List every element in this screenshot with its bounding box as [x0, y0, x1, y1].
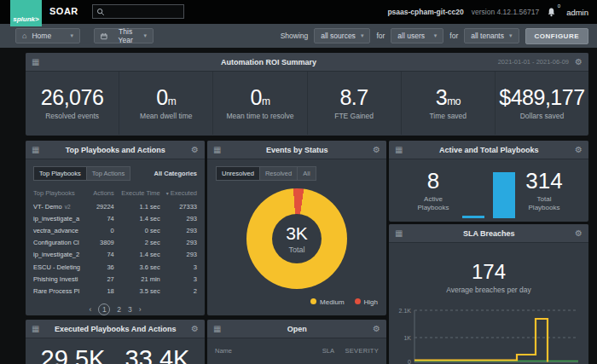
table-row[interactable]: ip_investigate_2741.4 sec293	[33, 249, 197, 261]
playbooks-bar-chart[interactable]	[462, 170, 515, 218]
tab-resolved[interactable]: Resolved	[260, 166, 298, 181]
chevron-down-icon: ▾	[143, 32, 147, 39]
col-actions[interactable]: Actions	[89, 188, 113, 200]
col-name[interactable]: Top Playbooks	[33, 188, 89, 200]
open-table-header: Name SLA SEVERITY	[207, 338, 386, 355]
gear-icon[interactable]: ⚙	[575, 146, 583, 154]
table-row[interactable]: ESCU - Deleting363.6 sec3	[33, 261, 197, 273]
panel-sla-breaches: ▦ SLA Breaches ⚙ 174 Average breaches pe…	[389, 224, 588, 364]
drag-handle-icon[interactable]: ▦	[213, 146, 221, 154]
legend-high[interactable]: High	[355, 298, 378, 306]
drag-handle-icon[interactable]: ▦	[395, 229, 403, 238]
drag-handle-icon[interactable]: ▦	[32, 325, 39, 333]
panel-active-total-playbooks: ▦ Active and Total Playbooks ⚙ 8 Active …	[389, 141, 588, 222]
global-search[interactable]	[92, 4, 184, 19]
donut-total-label: Total	[288, 246, 304, 254]
gear-icon[interactable]: ⚙	[191, 146, 199, 154]
total-playbooks-stat: 314 Total Playbooks	[520, 170, 568, 212]
events-donut-chart[interactable]: 3K Total	[246, 188, 347, 289]
roi-stats-row: 26,076 Resolved events 0m Mean dwell tim…	[26, 72, 588, 135]
panel-top-playbooks: ▦ Top Playbooks and Actions ⚙ Top Playbo…	[26, 141, 205, 315]
playbooks-table: Top Playbooks Actions Execute Time ▾Exec…	[33, 188, 197, 298]
tab-top-playbooks[interactable]: Top Playbooks	[33, 166, 87, 181]
table-row[interactable]: VT- Demov2 292241.1 sec27333	[33, 200, 197, 212]
chevron-down-icon: ▾	[70, 32, 73, 39]
panel-title: SLA Breaches	[403, 229, 575, 238]
stat-fte-gained: 8.7 FTE Gained	[308, 72, 402, 135]
users-value: all users	[397, 32, 425, 40]
legend-medium[interactable]: Medium	[310, 298, 344, 306]
user-menu[interactable]: admin	[566, 8, 588, 17]
executed-playbooks-value: 29.5K	[41, 345, 106, 364]
page-prev[interactable]: ‹	[89, 305, 91, 314]
panel-automation-roi: ▦ Automation ROI Summary 2021-01-01 - 20…	[26, 53, 588, 136]
total-bar	[493, 172, 515, 218]
tab-all[interactable]: All	[298, 166, 316, 181]
gear-icon[interactable]: ⚙	[373, 325, 380, 333]
col-execute-time[interactable]: Execute Time	[114, 188, 160, 200]
time-range-dropdown[interactable]: This Year ▾	[94, 28, 154, 43]
gear-icon[interactable]: ⚙	[373, 146, 380, 154]
panel-executed-playbooks: ▦ Executed Playbooks And Actions ⚙ 29.5K…	[26, 320, 205, 364]
notifications-bell[interactable]: 0	[547, 5, 559, 19]
total-value: 314	[520, 170, 568, 192]
sla-stat: 174 Average breaches per day	[389, 262, 588, 294]
home-icon: ⌂	[22, 32, 26, 40]
nav-dropdown-label: Home	[32, 32, 51, 40]
drag-handle-icon[interactable]: ▦	[395, 146, 403, 154]
stat-label: Dollars saved	[520, 112, 565, 120]
tab-top-actions[interactable]: Top Actions	[87, 166, 130, 181]
col-severity[interactable]: SEVERITY	[334, 347, 379, 355]
page-3[interactable]: 3	[128, 305, 132, 314]
chevron-down-icon: ▾	[361, 32, 364, 39]
table-row[interactable]: Phishing Investi2721 min3	[33, 273, 197, 285]
col-executed[interactable]: ▾Executed	[160, 188, 197, 200]
for-label: for	[376, 32, 385, 40]
sla-line-chart[interactable]: 2.1K 1K 0	[392, 303, 585, 364]
sources-select[interactable]: all sources ▾	[314, 28, 370, 43]
table-row[interactable]: vectra_advance00 sec293	[33, 224, 197, 236]
breaches-series	[414, 319, 548, 362]
total-label: Total Playbooks	[520, 195, 568, 212]
drag-handle-icon[interactable]: ▦	[213, 325, 221, 333]
topbar: splunk> SOAR psaas-cpham-git-cc20 versio…	[0, 0, 597, 24]
y-tick-top: 2.1K	[399, 308, 412, 314]
events-legend: Medium High	[216, 298, 378, 306]
stat-value: 0	[156, 85, 167, 109]
gear-icon[interactable]: ⚙	[575, 58, 583, 66]
sources-value: all sources	[321, 32, 356, 40]
nav-dropdown[interactable]: ⌂ Home ▾	[15, 28, 80, 43]
search-input[interactable]	[108, 8, 180, 16]
gear-icon[interactable]: ⚙	[191, 325, 199, 333]
drag-handle-icon[interactable]: ▦	[32, 146, 39, 154]
table-row[interactable]: ip_investigate_a741.4 sec293	[33, 212, 197, 224]
active-value: 8	[409, 170, 457, 192]
panel-title: Top Playbooks and Actions	[39, 146, 191, 154]
calendar-icon	[101, 32, 107, 40]
page-2[interactable]: 2	[117, 305, 121, 314]
col-name[interactable]: Name	[215, 347, 302, 355]
table-row[interactable]: Configuration Cl38092 sec293	[33, 237, 197, 249]
users-select[interactable]: all users ▾	[391, 28, 443, 43]
category-filter[interactable]: All Categories	[154, 170, 197, 177]
stat-dollars-saved: $489,177 Dollars saved	[496, 72, 588, 135]
stat-label: Time saved	[429, 112, 467, 120]
tenants-select[interactable]: all tenants ▾	[464, 28, 519, 43]
splunk-logo[interactable]: splunk>	[10, 0, 42, 26]
configure-button[interactable]: CONFIGURE	[525, 28, 589, 44]
drag-handle-icon[interactable]: ▦	[32, 58, 39, 66]
col-sla[interactable]: SLA	[302, 347, 334, 355]
page-1[interactable]: 1	[98, 303, 110, 315]
panel-header: ▦ Top Playbooks and Actions ⚙	[26, 141, 205, 159]
high-dot-icon	[355, 298, 361, 304]
gear-icon[interactable]: ⚙	[575, 229, 583, 238]
stat-time-saved: 3mo Time saved	[402, 72, 496, 135]
tab-unresolved[interactable]: Unresolved	[216, 166, 260, 181]
table-row[interactable]: Rare Process Pl183.5 sec2	[33, 285, 197, 297]
tenants-value: all tenants	[471, 32, 504, 40]
stat-value: 26,076	[41, 85, 103, 109]
panel-title: Automation ROI Summary	[39, 58, 497, 66]
panel-header: ▦ Events by Status ⚙	[207, 141, 386, 159]
product-name: SOAR	[49, 6, 78, 16]
page-next[interactable]: ›	[139, 305, 142, 314]
